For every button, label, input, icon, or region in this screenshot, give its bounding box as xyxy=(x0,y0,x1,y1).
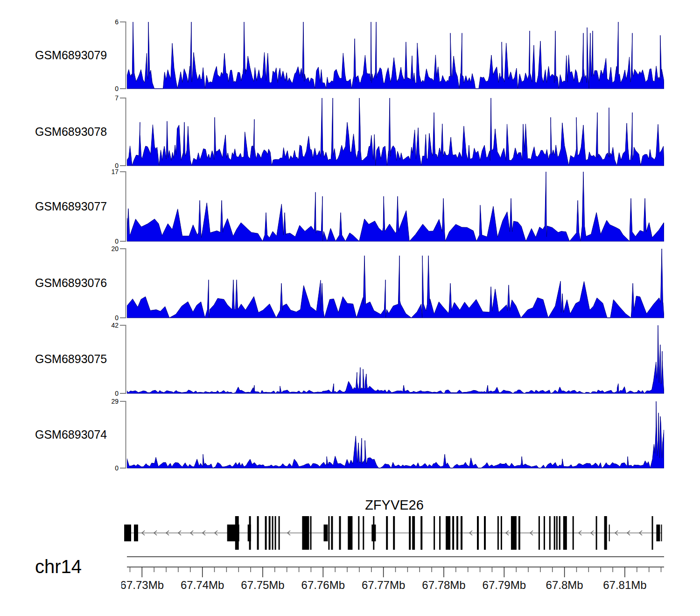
axis-tick-label: 67.8Mb xyxy=(546,579,583,591)
exon xyxy=(556,516,558,550)
exon xyxy=(461,516,462,550)
y-axis-bracket xyxy=(116,248,127,319)
exon xyxy=(235,516,239,550)
exon xyxy=(363,516,364,550)
exon xyxy=(549,516,551,550)
exon xyxy=(439,516,441,550)
track-label: GSM6893075 xyxy=(35,352,107,366)
exon xyxy=(497,516,499,550)
exon xyxy=(386,516,388,550)
axis-tick-label: 67.81Mb xyxy=(603,579,646,591)
chromosome-label: chr14 xyxy=(35,556,82,577)
exon xyxy=(324,525,328,541)
coverage-signal xyxy=(127,249,664,318)
axis-tick-label: 67.74Mb xyxy=(181,579,224,591)
exon xyxy=(272,516,273,550)
exon xyxy=(393,516,395,550)
exon xyxy=(656,525,660,541)
exon xyxy=(596,516,597,550)
track-label: GSM6893079 xyxy=(35,49,107,62)
exon xyxy=(412,516,415,550)
axis-tick-label: 67.79Mb xyxy=(483,579,526,591)
exon xyxy=(609,525,610,541)
exon xyxy=(134,525,138,541)
gene-structure-svg xyxy=(121,511,667,553)
exon xyxy=(409,516,411,550)
exon xyxy=(373,516,374,550)
coverage-signal xyxy=(127,22,664,89)
exon xyxy=(279,516,280,550)
track-label: GSM6893078 xyxy=(35,125,107,139)
exon xyxy=(559,516,560,550)
exon xyxy=(661,525,662,541)
exon xyxy=(331,516,333,550)
axis-tick-label: 67.76Mb xyxy=(301,579,345,591)
exon xyxy=(477,516,479,550)
coverage-signal xyxy=(127,401,664,469)
genome-axis-svg: 67.73Mb67.74Mb67.75Mb67.76Mb67.77Mb67.78… xyxy=(121,553,681,600)
exon xyxy=(420,516,422,550)
coverage-signal xyxy=(127,325,664,394)
exon xyxy=(484,516,486,550)
exon xyxy=(257,516,259,550)
exon xyxy=(511,516,517,550)
exon xyxy=(269,516,271,550)
gene-name-label: ZFYVE26 xyxy=(324,497,464,513)
coverage-plot: GSM689307960GSM689307870GSM6893077170GSM… xyxy=(0,0,700,616)
exon xyxy=(501,516,502,550)
exon xyxy=(554,516,555,550)
exon xyxy=(328,516,329,550)
exon xyxy=(544,516,545,550)
exon xyxy=(434,516,435,550)
exon xyxy=(452,516,454,550)
exon xyxy=(124,525,131,541)
coverage-signal xyxy=(127,98,664,166)
exon xyxy=(446,516,450,550)
y-axis-bracket xyxy=(116,171,127,242)
track-label: GSM6893076 xyxy=(35,276,107,290)
exon xyxy=(539,516,540,550)
exon xyxy=(339,516,341,550)
axis-tick-label: 67.75Mb xyxy=(241,579,284,591)
track-label: GSM6893074 xyxy=(35,428,107,441)
exon xyxy=(265,516,267,550)
axis-tick-label: 67.77Mb xyxy=(362,579,405,591)
exon xyxy=(604,516,607,550)
exon xyxy=(456,516,458,550)
track-label: GSM6893077 xyxy=(35,200,107,213)
exon xyxy=(310,516,312,550)
coverage-signal xyxy=(127,172,664,242)
y-axis-bracket xyxy=(116,400,127,469)
exon xyxy=(249,516,251,550)
y-axis-bracket xyxy=(116,97,127,167)
exon xyxy=(573,516,574,550)
exon xyxy=(563,516,567,550)
exon xyxy=(358,516,359,550)
exon xyxy=(348,516,352,550)
axis-tick-label: 67.73Mb xyxy=(121,579,164,591)
exon xyxy=(275,516,276,550)
exon xyxy=(518,516,520,550)
exon xyxy=(652,516,653,550)
axis-tick-label: 67.78Mb xyxy=(422,579,465,591)
y-axis-bracket xyxy=(116,324,127,394)
exon xyxy=(302,516,309,550)
y-axis-bracket xyxy=(116,21,127,90)
